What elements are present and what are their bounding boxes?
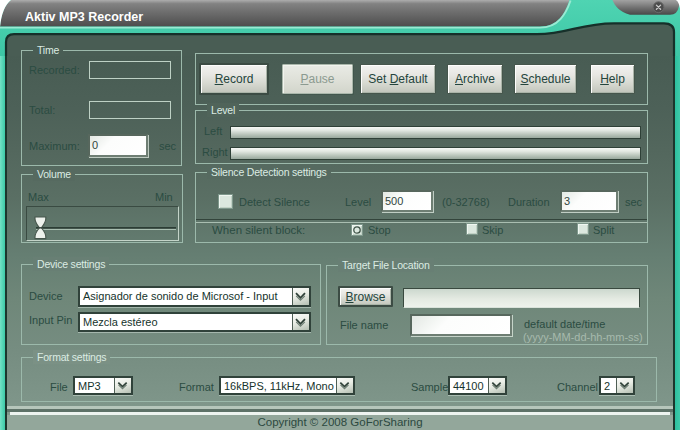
svg-text:Aktiv MP3 Recorder: Aktiv MP3 Recorder — [25, 10, 143, 24]
